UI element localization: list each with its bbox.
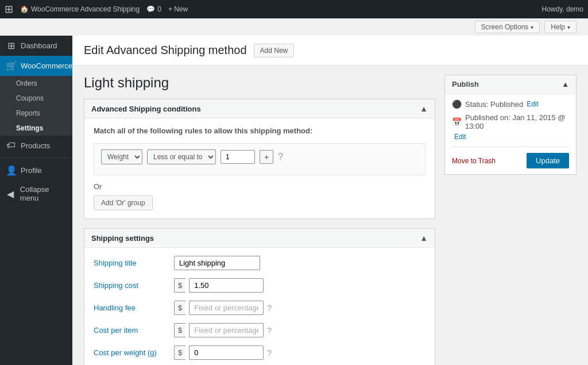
site-name[interactable]: 🏠 WooCommerce Advanced Shipping xyxy=(20,5,140,13)
handling-fee-field: $ ? xyxy=(174,301,272,315)
sidebar-sub-coupons[interactable]: Coupons xyxy=(0,91,72,106)
conditions-panel-header[interactable]: Advanced Shipping conditions ▲ xyxy=(84,99,435,118)
conditions-panel-body: Match all of the following rules to allo… xyxy=(84,118,435,218)
screen-options-button[interactable]: Screen Options xyxy=(475,21,540,33)
comments-icon: 💬 xyxy=(146,5,155,13)
publish-panel-toggle-icon: ▲ xyxy=(562,80,569,89)
condition-group: Weight Less or equal to + ? xyxy=(94,143,425,175)
admin-header: Edit Advanced Shipping method Add New xyxy=(72,36,588,66)
sidebar-divider xyxy=(0,157,72,158)
cost-per-item-input[interactable] xyxy=(189,323,264,337)
screen-options-bar: Screen Options Help xyxy=(0,18,588,36)
publish-date-row: 📅 Published on: Jan 11, 2015 @ 13:00 Edi… xyxy=(452,113,569,141)
sidebar-item-products[interactable]: 🏷 Products xyxy=(0,136,72,155)
content-area: Light shipping Advanced Shipping conditi… xyxy=(72,66,588,365)
user-greeting: Howdy, demo xyxy=(542,5,583,13)
move-to-trash-link[interactable]: Move to Trash xyxy=(452,157,496,165)
conditions-panel-title: Advanced Shipping conditions xyxy=(91,105,201,113)
cost-per-weight-label: Cost per weight (g) xyxy=(94,348,174,357)
conditions-description: Match all of the following rules to allo… xyxy=(94,126,425,135)
publish-panel-header: Publish ▲ xyxy=(445,75,576,94)
top-bar-right: Howdy, demo xyxy=(542,5,583,13)
edit-status-link[interactable]: Edit xyxy=(527,100,539,108)
products-icon: 🏷 xyxy=(6,140,16,151)
conditions-panel: Advanced Shipping conditions ▲ Match all… xyxy=(84,99,435,219)
sidebar-item-profile[interactable]: 👤 Profile xyxy=(0,160,72,180)
shipping-settings-panel: Shipping settings ▲ Shipping title xyxy=(84,228,435,365)
shipping-title-label: Shipping title xyxy=(94,259,174,267)
shipping-cost-input[interactable] xyxy=(189,278,264,293)
status-icon: ⚫ xyxy=(452,99,462,109)
sidebar-item-collapse[interactable]: ◀ Collapse menu xyxy=(0,180,72,207)
top-bar-left: ⊞ 🏠 WooCommerce Advanced Shipping 💬 0 + … xyxy=(5,3,542,16)
publish-date: Published on: Jan 11, 2015 @ 13:00 xyxy=(465,113,569,130)
condition-add-button[interactable]: + xyxy=(260,150,273,164)
main-content: Edit Advanced Shipping method Add New Li… xyxy=(72,36,588,365)
shipping-title-field xyxy=(174,256,260,270)
collapse-icon: ◀ xyxy=(6,189,16,199)
publish-date-inner: 📅 Published on: Jan 11, 2015 @ 13:00 xyxy=(452,113,569,130)
sidebar-item-dashboard-label: Dashboard xyxy=(21,41,57,50)
sidebar-item-collapse-label: Collapse menu xyxy=(20,185,67,202)
sidebar-sub-orders[interactable]: Orders xyxy=(0,76,72,91)
condition-operator-select[interactable]: Less or equal to xyxy=(147,149,216,164)
comments-count: 0 xyxy=(157,5,161,13)
calendar-icon: 📅 xyxy=(452,117,462,126)
post-title: Light shipping xyxy=(84,75,435,91)
woocommerce-submenu: Orders Coupons Reports Settings xyxy=(0,76,72,136)
new-item-menu[interactable]: + New xyxy=(168,5,188,13)
add-new-button[interactable]: Add New xyxy=(254,44,295,57)
wp-logo-icon: ⊞ xyxy=(5,3,13,16)
cost-per-weight-input[interactable] xyxy=(189,345,264,360)
edit-date-link[interactable]: Edit xyxy=(454,133,466,141)
top-bar: ⊞ 🏠 WooCommerce Advanced Shipping 💬 0 + … xyxy=(0,0,588,18)
sidebar-sub-settings[interactable]: Settings xyxy=(0,121,72,136)
condition-value-input[interactable] xyxy=(220,150,255,164)
home-icon: 🏠 xyxy=(20,5,29,13)
cost-per-item-row: Cost per item $ ? xyxy=(94,323,425,337)
condition-row: Weight Less or equal to + ? xyxy=(101,149,418,164)
sidebar-item-products-label: Products xyxy=(21,141,50,150)
sidebar-item-dashboard[interactable]: ⊞ Dashboard xyxy=(0,36,72,56)
conditions-panel-toggle-icon: ▲ xyxy=(420,104,428,113)
handling-prefix: $ xyxy=(174,301,185,315)
cost-per-weight-help-icon: ? xyxy=(267,348,272,358)
new-label: + New xyxy=(168,5,188,13)
sidebar: ⊞ Dashboard 🛒 WooCommerce Orders Coupons… xyxy=(0,36,72,365)
site-name-label: WooCommerce Advanced Shipping xyxy=(31,5,140,13)
cost-per-weight-row: Cost per weight (g) $ ? xyxy=(94,345,425,360)
sidebar-sub-reports[interactable]: Reports xyxy=(0,106,72,121)
handling-fee-input[interactable] xyxy=(189,301,264,315)
sidebar-item-profile-label: Profile xyxy=(21,166,42,175)
cost-per-item-help-icon: ? xyxy=(267,326,272,335)
sidebar-item-woocommerce-label: WooCommerce xyxy=(21,62,72,70)
shipping-cost-label: Shipping cost xyxy=(94,281,174,290)
add-or-group-button[interactable]: Add 'Or' group xyxy=(94,195,153,210)
condition-help-icon: ? xyxy=(278,152,283,162)
sidebar-item-woocommerce[interactable]: 🛒 WooCommerce xyxy=(0,56,72,76)
shipping-settings-panel-header[interactable]: Shipping settings ▲ xyxy=(84,229,435,248)
shipping-title-row: Shipping title xyxy=(94,256,425,270)
side-column: Publish ▲ ⚫ Status: Published Edit 📅 xyxy=(444,75,577,365)
shipping-title-input[interactable] xyxy=(174,256,260,270)
handling-fee-label: Handling fee xyxy=(94,303,174,312)
app-body: ⊞ Dashboard 🛒 WooCommerce Orders Coupons… xyxy=(0,36,588,365)
shipping-cost-row: Shipping cost $ xyxy=(94,278,425,293)
cost-per-item-field: $ ? xyxy=(174,323,272,337)
publish-status-row: ⚫ Status: Published Edit xyxy=(452,99,569,109)
condition-type-select[interactable]: Weight xyxy=(101,149,142,164)
handling-fee-row: Handling fee $ ? xyxy=(94,301,425,315)
main-column: Light shipping Advanced Shipping conditi… xyxy=(84,75,435,365)
publish-panel-body: ⚫ Status: Published Edit 📅 Published on:… xyxy=(445,94,576,174)
shipping-cost-field: $ xyxy=(174,278,264,293)
publish-actions: Move to Trash Update xyxy=(452,147,569,168)
handling-help-icon: ? xyxy=(267,303,272,313)
help-button[interactable]: Help xyxy=(544,21,577,33)
comments-link[interactable]: 💬 0 xyxy=(146,5,161,13)
shipping-settings-panel-title: Shipping settings xyxy=(91,234,154,243)
publish-status: Status: Published xyxy=(465,100,523,109)
update-button[interactable]: Update xyxy=(527,153,569,168)
publish-panel-title: Publish xyxy=(452,80,479,89)
woocommerce-icon: 🛒 xyxy=(6,60,16,71)
page-title: Edit Advanced Shipping method xyxy=(84,44,247,57)
